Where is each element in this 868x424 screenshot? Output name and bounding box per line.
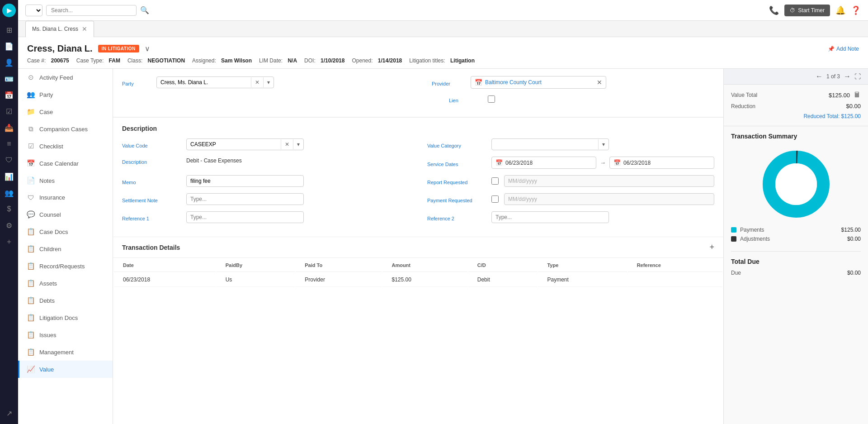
sidebar-item-insurance[interactable]: 🛡 Insurance xyxy=(18,189,113,206)
sidebar-label-value: Value xyxy=(39,366,54,373)
chart-legend: Payments $125.00 Adjustments $0.00 xyxy=(724,227,868,251)
people-icon[interactable]: 👤 xyxy=(2,55,16,70)
chart-icon[interactable]: 📊 xyxy=(2,169,16,184)
value-code-dropdown-button[interactable]: ▾ xyxy=(293,139,303,149)
sidebar-item-notes[interactable]: 📄 Notes xyxy=(18,172,113,189)
search-filter-select[interactable]: All xyxy=(25,5,42,16)
party-dropdown-button[interactable]: ▾ xyxy=(263,77,274,87)
col-date: Date xyxy=(114,259,216,272)
sidebar-item-party[interactable]: 👥 Party xyxy=(18,86,113,103)
inbox-icon[interactable]: 📥 xyxy=(2,120,16,135)
pagination-next-button[interactable]: → xyxy=(844,72,851,81)
sidebar-label-assets: Assets xyxy=(39,280,57,287)
sidebar-item-companion-cases[interactable]: ⧉ Companion Cases xyxy=(18,120,113,138)
cell-date: 06/23/2018 xyxy=(114,273,216,287)
sidebar-item-issues[interactable]: 📋 Issues xyxy=(18,326,113,343)
value-code-clear-button[interactable]: ✕ xyxy=(281,139,293,149)
sidebar-item-checklist[interactable]: ☑ Checklist xyxy=(18,138,113,155)
sidebar-item-value[interactable]: 📈 Value xyxy=(18,361,113,378)
expand-button[interactable]: ⛶ xyxy=(854,73,861,80)
sidebar-item-case-calendar[interactable]: 📅 Case Calendar xyxy=(18,155,113,172)
reference2-input[interactable] xyxy=(491,211,609,223)
users-icon[interactable]: 👥 xyxy=(2,186,16,200)
due-value: $0.00 xyxy=(847,270,861,276)
shield-icon[interactable]: 🛡 xyxy=(2,153,16,167)
start-timer-button[interactable]: ⏱ Start Timer xyxy=(784,5,830,16)
sidebar-item-management[interactable]: 📋 Management xyxy=(18,343,113,361)
id-icon[interactable]: 🪪 xyxy=(2,71,16,86)
sidebar-label-checklist: Checklist xyxy=(39,143,63,150)
payment-requested-checkbox[interactable] xyxy=(491,195,499,203)
memo-label: Memo xyxy=(122,177,181,185)
report-requested-checkbox[interactable] xyxy=(491,177,499,185)
add-note-button[interactable]: 📌 Add Note xyxy=(828,46,859,52)
grid-icon[interactable]: ⊞ xyxy=(2,23,16,37)
value-category-input[interactable] xyxy=(492,139,598,150)
search-input[interactable] xyxy=(46,5,137,16)
calculator-icon[interactable]: 🖩 xyxy=(854,91,861,99)
sidebar-item-assets[interactable]: 📋 Assets xyxy=(18,275,113,292)
party-input[interactable] xyxy=(157,77,251,88)
provider-value: Baltimore County Court xyxy=(485,79,594,86)
sidebar-item-debts[interactable]: 📋 Debts xyxy=(18,292,113,309)
list-icon[interactable]: ≡ xyxy=(2,137,16,151)
litigation-docs-icon: 📋 xyxy=(27,314,35,322)
tab-close-button[interactable]: ✕ xyxy=(82,26,87,32)
sidebar-item-counsel[interactable]: 💬 Counsel xyxy=(18,206,113,223)
cell-paid-to: Provider xyxy=(296,273,382,287)
in-litigation-badge: IN LITIGATION xyxy=(98,45,139,52)
col-paidby: PaidBy xyxy=(217,259,295,272)
case-header: Cress, Diana L. IN LITIGATION ∨ 📌 Add No… xyxy=(18,37,868,69)
reference2-label: Reference 2 xyxy=(427,213,486,221)
tab-diana-cress[interactable]: Ms. Diana L. Cress ✕ xyxy=(25,21,94,37)
sidebar-item-activity-feed[interactable]: ⊙ Activity Feed xyxy=(18,69,113,86)
app-logo[interactable]: ▶ xyxy=(2,4,16,17)
settings-icon[interactable]: ⚙ xyxy=(2,218,16,233)
case-meta: Case #: 200675 Case Type: FAM Class: NEG… xyxy=(27,57,859,64)
assigned-value: Sam Wilson xyxy=(221,57,252,64)
value-category-dropdown-button[interactable]: ▾ xyxy=(598,139,609,149)
calendar-icon[interactable]: 📅 xyxy=(2,88,16,102)
memo-input[interactable] xyxy=(186,175,304,187)
reference1-input[interactable] xyxy=(186,211,304,223)
value-code-input[interactable] xyxy=(187,139,281,150)
transaction-summary-section: Transaction Summary xyxy=(724,126,868,282)
party-clear-button[interactable]: ✕ xyxy=(251,77,263,87)
doi-value: 1/10/2018 xyxy=(321,57,344,64)
provider-clear-button[interactable]: ✕ xyxy=(597,79,602,86)
table-row[interactable]: 06/23/2018 Us Provider $125.00 Debit Pay… xyxy=(114,273,722,287)
sidebar-label-notes: Notes xyxy=(39,177,55,184)
party-icon: 👥 xyxy=(27,91,35,99)
sidebar-item-case-docs[interactable]: 📋 Case Docs xyxy=(18,223,113,240)
search-button[interactable]: 🔍 xyxy=(140,6,149,14)
sidebar-label-case-docs: Case Docs xyxy=(39,229,68,235)
report-requested-date[interactable]: MM/dd/yyyy xyxy=(504,175,714,187)
sidebar-item-case[interactable]: 📁 Case xyxy=(18,103,113,120)
add-icon[interactable]: ＋ xyxy=(2,234,16,249)
date-from-calendar-icon: 📅 xyxy=(495,159,503,166)
sidebar-item-record-requests[interactable]: 📋 Record/Requests xyxy=(18,257,113,275)
phone-icon[interactable]: 📞 xyxy=(769,5,779,15)
reduction-label: Reduction xyxy=(731,103,755,110)
dollar-icon[interactable]: $ xyxy=(2,202,16,216)
document-icon[interactable]: 📄 xyxy=(2,39,16,53)
description-label: Description xyxy=(122,157,181,165)
collapse-button[interactable]: ∨ xyxy=(145,44,150,53)
sidebar-item-children[interactable]: 📋 Children xyxy=(18,240,113,257)
sidebar-label-insurance: Insurance xyxy=(39,194,65,201)
help-icon[interactable]: ❓ xyxy=(851,5,861,15)
opened-label: Opened: xyxy=(352,57,373,64)
bell-icon[interactable]: 🔔 xyxy=(835,5,845,15)
settlement-note-input[interactable] xyxy=(186,193,304,205)
add-transaction-button[interactable]: + xyxy=(709,243,714,252)
sidebar-item-litigation-docs[interactable]: 📋 Litigation Docs xyxy=(18,309,113,326)
due-row: Due $0.00 xyxy=(731,270,861,276)
legend-item-adjustments: Adjustments $0.00 xyxy=(731,236,861,242)
pagination-prev-button[interactable]: ← xyxy=(816,72,823,81)
lien-checkbox[interactable] xyxy=(488,95,495,103)
reduction-value: $0.00 xyxy=(846,103,861,110)
export-icon[interactable]: ↗ xyxy=(2,406,16,420)
provider-icon: 📅 xyxy=(475,79,482,86)
check-icon[interactable]: ☑ xyxy=(2,104,16,119)
payment-requested-date[interactable]: MM/dd/yyyy xyxy=(504,193,714,205)
